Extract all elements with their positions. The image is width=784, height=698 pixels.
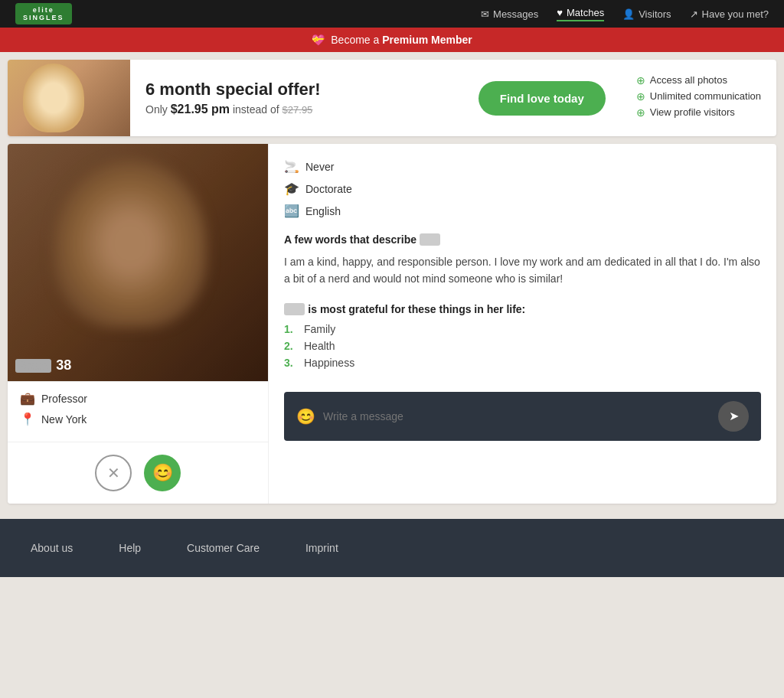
nav-have-you-met[interactable]: ↗ Have you met? [690,8,769,20]
education-icon: 🎓 [284,181,299,196]
education-attr: 🎓 Doctorate [284,181,761,196]
list-item: 2. Health [284,340,761,352]
footer-help[interactable]: Help [119,542,141,554]
profile-left: Rose 38 💼 Professor 📍 New York ✕ 😊 [8,144,268,504]
bio-text: I am a kind, happy, and responsible pers… [284,253,761,288]
send-icon: ➤ [729,409,739,423]
job-info: 💼 Professor [20,391,256,406]
top-navigation: elite SINGLES ✉ Messages ♥ Matches 👤 Vis… [0,0,784,28]
briefcase-icon: 💼 [20,391,35,406]
offer-text: 6 month special offer! Only $21.95 pm in… [130,68,463,128]
offer-subtext: Only $21.95 pm instead of $27.95 [145,103,448,116]
profile-age-overlay: Rose 38 [15,357,71,373]
feature-item: View profile visitors [636,106,761,119]
job-label: Professor [41,393,87,405]
smile-icon: 😊 [152,463,173,483]
nav-messages-label: Messages [493,8,538,20]
nav-visitors[interactable]: 👤 Visitors [622,8,671,20]
profile-info: 💼 Professor 📍 New York [8,381,268,442]
smoking-attr: 🚬 Never [284,159,761,174]
profile-attributes: 🚬 Never 🎓 Doctorate 🔤 English [284,159,761,218]
grateful-name-blurred [284,303,305,315]
matches-icon: ♥ [557,7,563,18]
nav-messages[interactable]: ✉ Messages [481,8,538,20]
have-you-met-icon: ↗ [690,8,698,20]
action-buttons: ✕ 😊 [8,442,268,504]
profile-right: 🚬 Never 🎓 Doctorate 🔤 English A few word… [268,144,776,504]
offer-image [8,60,130,136]
education-label: Doctorate [305,183,352,195]
logo-subtext: SINGLES [23,14,64,21]
footer: About us Help Customer Care Imprint [0,519,784,577]
footer-customer-care[interactable]: Customer Care [187,542,260,554]
offer-headline: 6 month special offer! [145,80,448,99]
feature-item: Unlimited communication [636,90,761,103]
visitors-icon: 👤 [622,8,635,20]
offer-banner: 6 month special offer! Only $21.95 pm in… [8,60,776,136]
language-attr: 🔤 English [284,204,761,218]
premium-banner[interactable]: 💝 Become a Premium Member [0,28,784,52]
logo[interactable]: elite SINGLES [15,3,72,24]
footer-links: About us Help Customer Care Imprint [31,542,753,554]
location-label: New York [41,413,87,426]
nav-items: ✉ Messages ♥ Matches 👤 Visitors ↗ Have y… [481,7,769,21]
nav-have-you-met-label: Have you met? [702,8,769,20]
smoking-icon: 🚬 [284,159,299,174]
footer-imprint[interactable]: Imprint [305,542,338,554]
nav-matches[interactable]: ♥ Matches [557,7,604,21]
language-icon: 🔤 [284,204,299,218]
describe-name-blurred [420,233,440,246]
offer-features: Access all photos Unlimited communicatio… [621,63,776,134]
premium-icon: 💝 [312,34,325,46]
feature-item: Access all photos [636,74,761,86]
nav-visitors-label: Visitors [639,8,671,20]
profile-photo: Rose 38 [8,144,268,381]
nav-matches-label: Matches [567,7,604,18]
send-message-button[interactable]: ➤ [718,401,749,432]
message-input[interactable] [323,410,710,422]
footer-about[interactable]: About us [31,542,73,554]
profile-name-blurred: Rose [15,359,51,373]
dismiss-button[interactable]: ✕ [95,455,132,491]
dismiss-icon: ✕ [107,464,120,482]
find-love-button[interactable]: Find love today [479,81,606,116]
grateful-section-title: is most grateful for these things in her… [284,303,761,315]
message-bar: 😊 ➤ [284,392,761,441]
list-item: 1. Family [284,323,761,335]
premium-text: Become a Premium Member [331,34,472,46]
messages-icon: ✉ [481,8,489,20]
logo-text: elite [23,6,64,14]
profile-section: Rose 38 💼 Professor 📍 New York ✕ 😊 [8,144,776,504]
list-item: 3. Happiness [284,357,761,369]
profile-age-text: 38 [56,357,71,373]
message-emoji-icon: 😊 [296,407,315,426]
grateful-list: 1. Family 2. Health 3. Happiness [284,323,761,369]
describe-section-title: A few words that describe [284,233,761,246]
smoking-label: Never [305,161,334,173]
like-button[interactable]: 😊 [144,455,181,491]
location-info: 📍 New York [20,412,256,426]
language-label: English [305,205,341,217]
location-icon: 📍 [20,412,35,426]
